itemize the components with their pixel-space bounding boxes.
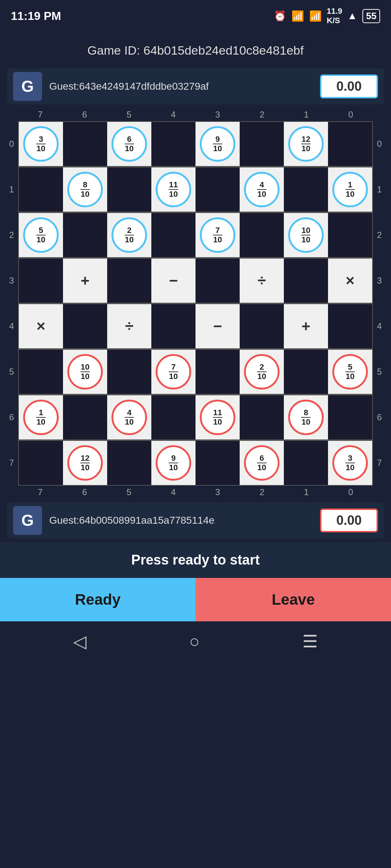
cell-7-1[interactable]: 1210 <box>63 441 107 485</box>
board-row-3: 3 + − ÷ × 3 <box>5 258 386 303</box>
data-speed: 11.9K/S <box>327 7 342 25</box>
cell-6-5[interactable] <box>240 395 284 439</box>
cell-5-3[interactable]: 710 <box>151 350 196 394</box>
cell-6-3[interactable] <box>151 395 196 439</box>
cell-7-7[interactable]: 310 <box>328 441 372 485</box>
cell-5-2[interactable] <box>107 350 151 394</box>
cell-7-6[interactable] <box>284 441 328 485</box>
cell-7-2[interactable] <box>107 441 151 485</box>
nav-bar: ◁ ○ ☰ <box>0 621 391 661</box>
cell-1-1[interactable]: 810 <box>63 167 107 212</box>
status-icons: ⏰ 📶 📶 11.9K/S ▲ 55 <box>274 7 380 25</box>
cell-3-3[interactable]: − <box>151 259 196 303</box>
triangle-icon: ▲ <box>347 10 357 22</box>
top-player-avatar: G <box>13 72 42 101</box>
cell-0-6[interactable]: 1210 <box>284 122 328 166</box>
bottom-player-score: 0.00 <box>320 509 378 532</box>
cell-0-1[interactable] <box>63 122 107 166</box>
board-row-7: 7 1210 910 610 310 7 <box>5 440 386 486</box>
cell-5-5[interactable]: 210 <box>240 350 284 394</box>
cell-1-3[interactable]: 1110 <box>151 167 196 212</box>
battery-display: 55 <box>362 9 380 23</box>
cell-6-0[interactable]: 110 <box>19 395 63 439</box>
cell-6-7[interactable] <box>328 395 372 439</box>
board-row-0: 0 310 610 910 1210 0 <box>5 121 386 167</box>
cell-4-1[interactable] <box>63 304 107 348</box>
cell-1-2[interactable] <box>107 167 151 212</box>
cell-4-3[interactable] <box>151 304 196 348</box>
cell-1-7[interactable]: 110 <box>328 167 372 212</box>
bottom-player-avatar: G <box>13 506 42 535</box>
cell-3-5[interactable]: ÷ <box>240 259 284 303</box>
cell-1-5[interactable]: 410 <box>240 167 284 212</box>
cell-7-4[interactable] <box>196 441 240 485</box>
cell-0-0[interactable]: 310 <box>19 122 63 166</box>
cell-2-5[interactable] <box>240 213 284 257</box>
cell-5-0[interactable] <box>19 350 63 394</box>
cell-2-1[interactable] <box>63 213 107 257</box>
cell-2-3[interactable] <box>151 213 196 257</box>
leave-button[interactable]: Leave <box>196 578 391 621</box>
cell-7-5[interactable]: 610 <box>240 441 284 485</box>
cell-7-0[interactable] <box>19 441 63 485</box>
cell-5-6[interactable] <box>284 350 328 394</box>
cell-2-6[interactable]: 1010 <box>284 213 328 257</box>
cell-0-4[interactable]: 910 <box>196 122 240 166</box>
board: 7 6 5 4 3 2 1 0 0 310 610 910 <box>5 108 386 499</box>
cell-4-0[interactable]: × <box>19 304 63 348</box>
cell-0-7[interactable] <box>328 122 372 166</box>
cell-2-0[interactable]: 510 <box>19 213 63 257</box>
time-display: 11:19 PM <box>11 9 61 23</box>
top-player-score: 0.00 <box>320 75 378 98</box>
cell-3-1[interactable]: + <box>63 259 107 303</box>
cell-3-2[interactable] <box>107 259 151 303</box>
ready-button[interactable]: Ready <box>0 578 196 621</box>
board-container: 7 6 5 4 3 2 1 0 0 310 610 910 <box>5 108 386 499</box>
cell-4-5[interactable] <box>240 304 284 348</box>
cell-4-7[interactable] <box>328 304 372 348</box>
cell-6-4[interactable]: 1110 <box>196 395 240 439</box>
cell-6-2[interactable]: 410 <box>107 395 151 439</box>
wifi-icon: 📶 <box>291 10 304 22</box>
menu-icon[interactable]: ☰ <box>302 631 318 651</box>
action-buttons: Ready Leave <box>0 578 391 621</box>
cell-1-0[interactable] <box>19 167 63 212</box>
col-labels-bottom: 7 6 5 4 3 2 1 0 <box>5 486 386 499</box>
cell-0-2[interactable]: 610 <box>107 122 151 166</box>
board-row-5: 5 1010 710 210 510 5 <box>5 349 386 395</box>
top-player-name: Guest:643e4249147dfddbe03279af <box>49 80 313 93</box>
col-labels-top: 7 6 5 4 3 2 1 0 <box>5 108 386 121</box>
board-row-2: 2 510 210 710 1010 2 <box>5 212 386 258</box>
cell-5-4[interactable] <box>196 350 240 394</box>
cell-2-2[interactable]: 210 <box>107 213 151 257</box>
cell-3-6[interactable] <box>284 259 328 303</box>
board-row-1: 1 810 1110 410 110 1 <box>5 167 386 212</box>
cell-3-7[interactable]: × <box>328 259 372 303</box>
bottom-player-bar: G Guest:64b00508991aa15a7785114e 0.00 <box>7 502 384 539</box>
home-icon[interactable]: ○ <box>189 631 199 651</box>
cell-2-4[interactable]: 710 <box>196 213 240 257</box>
cell-1-4[interactable] <box>196 167 240 212</box>
cell-4-6[interactable]: + <box>284 304 328 348</box>
cell-0-3[interactable] <box>151 122 196 166</box>
board-row-4: 4 × ÷ − + 4 <box>5 303 386 349</box>
cell-1-6[interactable] <box>284 167 328 212</box>
cell-2-7[interactable] <box>328 213 372 257</box>
signal-icon: 📶 <box>309 10 322 22</box>
cell-6-1[interactable] <box>63 395 107 439</box>
game-id: Game ID: 64b015deb24ed10c8e481ebf <box>0 29 391 65</box>
cell-4-4[interactable]: − <box>196 304 240 348</box>
press-ready-label: Press ready to start <box>0 542 391 578</box>
back-icon[interactable]: ◁ <box>73 631 87 651</box>
cell-5-7[interactable]: 510 <box>328 350 372 394</box>
cell-7-3[interactable]: 910 <box>151 441 196 485</box>
cell-0-5[interactable] <box>240 122 284 166</box>
cell-6-6[interactable]: 810 <box>284 395 328 439</box>
cell-5-1[interactable]: 1010 <box>63 350 107 394</box>
cell-3-4[interactable] <box>196 259 240 303</box>
cell-3-0[interactable] <box>19 259 63 303</box>
status-bar: 11:19 PM ⏰ 📶 📶 11.9K/S ▲ 55 <box>0 0 391 29</box>
alarm-icon: ⏰ <box>274 10 286 22</box>
bottom-player-name: Guest:64b00508991aa15a7785114e <box>49 514 313 527</box>
cell-4-2[interactable]: ÷ <box>107 304 151 348</box>
